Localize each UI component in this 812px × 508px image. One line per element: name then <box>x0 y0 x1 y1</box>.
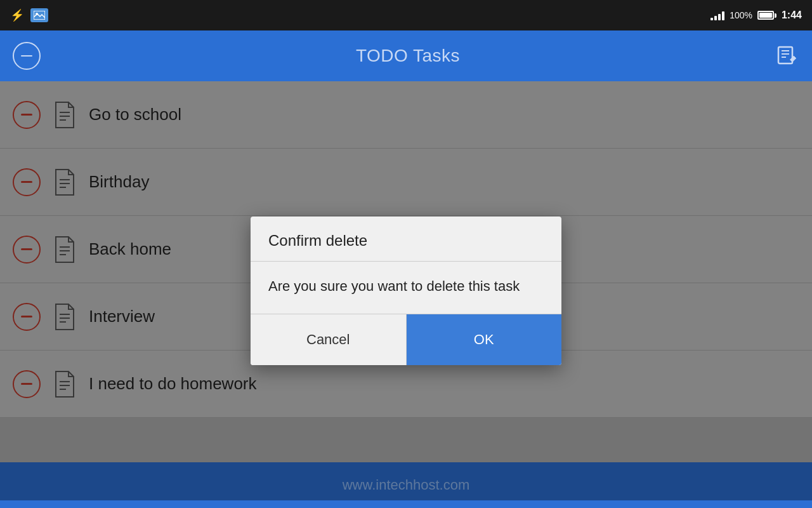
dialog-ok-button[interactable]: OK <box>407 314 562 365</box>
dialog-title: Confirm delete <box>251 217 561 262</box>
time-display: 1:44 <box>782 10 802 21</box>
app-bar: TODO Tasks <box>0 30 812 81</box>
signal-bars <box>710 10 724 20</box>
svg-rect-2 <box>778 47 792 64</box>
edit-button[interactable] <box>775 44 799 68</box>
image-icon <box>30 8 48 22</box>
main-content: Go to school Birthday <box>0 81 812 418</box>
status-bar: ⚡ 100% 1:44 <box>0 0 812 30</box>
dialog-body: Are you sure you want to delete this tas… <box>251 262 561 314</box>
dialog-buttons: Cancel OK <box>251 314 561 365</box>
battery-icon <box>757 11 776 20</box>
status-right: 100% 1:44 <box>710 10 802 21</box>
usb-icon: ⚡ <box>10 8 24 22</box>
modal-overlay: Confirm delete Are you sure you want to … <box>0 81 812 500</box>
battery-percentage: 100% <box>730 10 752 20</box>
back-button[interactable] <box>13 42 41 70</box>
confirm-dialog: Confirm delete Are you sure you want to … <box>251 217 561 366</box>
status-left-icons: ⚡ <box>10 8 48 22</box>
dialog-cancel-button[interactable]: Cancel <box>251 314 407 365</box>
app-title: TODO Tasks <box>356 46 460 66</box>
